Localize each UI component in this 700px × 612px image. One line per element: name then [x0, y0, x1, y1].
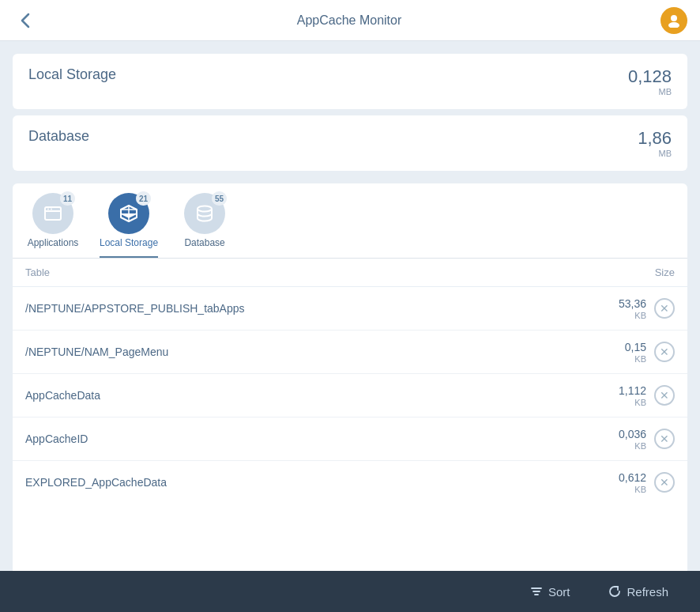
tab-applications-label: Applications — [28, 237, 79, 248]
row-2-size-block: 1,112 KB ✕ — [619, 383, 675, 407]
data-table: Table Size /NEPTUNE/APPSTORE_PUBLISH_tab… — [13, 259, 687, 571]
database-icon — [194, 202, 216, 225]
applications-icon — [42, 202, 64, 225]
row-0-size-number: 53,36 — [619, 297, 646, 310]
svg-rect-2 — [45, 207, 61, 220]
main-content: Local Storage 0,128 MB Database 1,86 MB — [0, 41, 700, 571]
sort-icon — [529, 584, 544, 599]
tab-local-storage-label: Local Storage — [100, 237, 158, 248]
local-storage-icon — [118, 202, 140, 225]
svg-rect-5 — [51, 209, 52, 210]
row-1-size-unit: KB — [625, 354, 646, 364]
table-row: AppCacheData 1,112 KB ✕ — [13, 374, 687, 417]
tab-applications-icon-wrapper: 11 — [32, 193, 73, 234]
row-1-size-val: 0,15 KB — [625, 340, 646, 364]
tab-applications-badge: 11 — [60, 191, 75, 206]
row-4-name: EXPLORED_AppCacheData — [25, 476, 167, 489]
stat-value-local-storage: 0,128 — [628, 66, 672, 86]
row-3-size-block: 0,036 KB ✕ — [619, 427, 675, 451]
stat-card-local-storage: Local Storage 0,128 MB — [13, 54, 687, 109]
row-0-delete-button[interactable]: ✕ — [654, 298, 675, 319]
row-3-size-number: 0,036 — [619, 428, 646, 440]
tab-applications[interactable]: 11 Applications — [25, 193, 81, 258]
stat-card-database: Database 1,86 MB — [13, 115, 687, 171]
tab-local-storage[interactable]: 21 Local Storage — [100, 193, 158, 258]
sort-label: Sort — [548, 585, 570, 599]
page-title: AppCache Monitor — [297, 13, 402, 28]
tab-local-storage-badge: 21 — [136, 191, 151, 206]
row-3-name: AppCacheID — [25, 433, 88, 445]
row-1-name: /NEPTUNE/NAM_PageMenu — [25, 346, 168, 358]
app-header: AppCache Monitor — [0, 0, 700, 41]
tab-database-label: Database — [184, 237, 224, 248]
stat-value-block-database: 1,86 MB — [638, 128, 672, 158]
stats-area: Local Storage 0,128 MB Database 1,86 MB — [0, 41, 700, 177]
refresh-label: Refresh — [627, 585, 668, 599]
back-button[interactable] — [13, 8, 38, 33]
table-row: /NEPTUNE/NAM_PageMenu 0,15 KB ✕ — [13, 331, 687, 374]
tab-database-icon-wrapper: 55 — [184, 193, 225, 234]
svg-point-6 — [198, 206, 212, 212]
row-4-size-number: 0,612 — [619, 471, 646, 484]
tab-local-storage-icon-wrapper: 21 — [108, 193, 149, 234]
row-4-delete-button[interactable]: ✕ — [654, 472, 675, 493]
row-2-name: AppCacheData — [25, 389, 100, 402]
col-table-label: Table — [25, 266, 50, 278]
row-0-size-block: 53,36 KB ✕ — [619, 297, 675, 320]
row-1-delete-button[interactable]: ✕ — [654, 342, 675, 362]
refresh-button[interactable]: Refresh — [589, 576, 687, 606]
table-row: /NEPTUNE/APPSTORE_PUBLISH_tabApps 53,36 … — [13, 287, 687, 331]
tab-database[interactable]: 55 Database — [177, 193, 232, 258]
row-4-size-val: 0,612 KB — [619, 470, 646, 494]
sort-button[interactable]: Sort — [510, 576, 589, 606]
row-2-size-unit: KB — [619, 398, 646, 407]
tab-database-badge: 55 — [212, 191, 227, 206]
stat-label-local-storage: Local Storage — [28, 66, 116, 83]
svg-point-0 — [671, 15, 677, 21]
table-row: AppCacheID 0,036 KB ✕ — [13, 417, 687, 461]
refresh-icon — [608, 584, 622, 599]
row-0-name: /NEPTUNE/APPSTORE_PUBLISH_tabApps — [25, 302, 245, 315]
table-header: Table Size — [13, 259, 687, 287]
col-size-label: Size — [655, 266, 675, 278]
row-4-size-block: 0,612 KB ✕ — [619, 470, 675, 494]
svg-rect-4 — [47, 209, 49, 210]
svg-point-1 — [668, 22, 679, 28]
row-3-delete-button[interactable]: ✕ — [654, 429, 675, 449]
row-3-size-unit: KB — [619, 441, 646, 451]
row-1-size-block: 0,15 KB ✕ — [625, 340, 675, 364]
row-4-size-unit: KB — [619, 485, 646, 494]
row-0-size-unit: KB — [619, 311, 646, 320]
tabs-bar: 11 Applications 21 Local Storage — [13, 183, 687, 259]
app-footer: Sort Refresh — [0, 571, 700, 612]
stat-unit-database: MB — [638, 149, 672, 158]
row-1-size-number: 0,15 — [625, 341, 646, 353]
row-3-size-val: 0,036 KB — [619, 427, 646, 451]
row-2-size-number: 1,112 — [619, 384, 646, 397]
stat-unit-local-storage: MB — [628, 87, 672, 96]
row-2-delete-button[interactable]: ✕ — [654, 385, 675, 406]
stat-value-database: 1,86 — [638, 128, 672, 148]
avatar[interactable] — [660, 7, 687, 34]
stat-value-block-local-storage: 0,128 MB — [628, 66, 672, 96]
row-0-size-val: 53,36 KB — [619, 297, 646, 320]
table-row: EXPLORED_AppCacheData 0,612 KB ✕ — [13, 461, 687, 504]
stat-label-database: Database — [28, 128, 89, 145]
row-2-size-val: 1,112 KB — [619, 383, 646, 407]
